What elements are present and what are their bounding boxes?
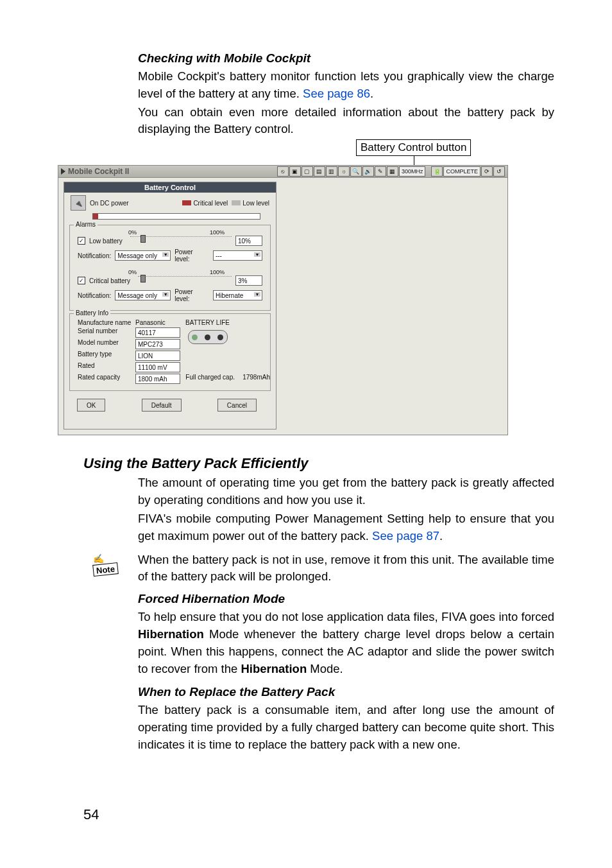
text: . bbox=[370, 87, 373, 100]
critical-battery-label: Critical battery bbox=[89, 277, 130, 284]
scale-min: 0% bbox=[128, 229, 137, 236]
para-eff-2: FIVA's mobile computing Power Management… bbox=[138, 510, 554, 545]
tray-status: COMPLETE bbox=[443, 166, 480, 177]
notification-label: Notification: bbox=[78, 292, 111, 299]
group-legend: Battery Info bbox=[74, 309, 110, 317]
cap-label: Rated capacity bbox=[78, 374, 135, 384]
mobile-cockpit-window: Mobile Cockpit II ⎋ ▣ ▢ ▤ ▥ ☼ 🔍 🔊 ✎ ▦ 30… bbox=[58, 165, 508, 435]
text: FIVA's mobile computing Power Management… bbox=[138, 512, 554, 542]
battery-control-panel: Battery Control 🔌 On DC power Critical l… bbox=[64, 182, 276, 430]
power-source-label: On DC power bbox=[90, 200, 129, 207]
rated-label: Rated bbox=[78, 362, 135, 372]
power-level-select[interactable]: --- bbox=[213, 250, 262, 261]
model-label: Model number bbox=[78, 339, 135, 349]
battery-control-button[interactable]: 🔋 bbox=[431, 166, 443, 177]
tray-speed: 300MHz bbox=[399, 166, 426, 177]
note-label: Note bbox=[92, 562, 119, 577]
plug-icon: 🔌 bbox=[71, 195, 86, 211]
tray-icon[interactable]: ⎋ bbox=[277, 166, 289, 177]
legend-low: Low level bbox=[242, 200, 269, 207]
heading-efficiently: Using the Battery Pack Efficiently bbox=[83, 455, 554, 472]
tray-icon[interactable]: ↺ bbox=[493, 166, 505, 177]
power-level-label: Power level: bbox=[174, 248, 209, 263]
tray-icon[interactable]: ▣ bbox=[289, 166, 301, 177]
para-replace: The battery pack is a consumable item, a… bbox=[138, 702, 554, 753]
low-battery-value[interactable]: 10% bbox=[235, 236, 262, 246]
text: Mode. bbox=[307, 662, 343, 675]
text: To help ensure that you do not lose appl… bbox=[138, 610, 554, 623]
low-battery-label: Low battery bbox=[89, 238, 123, 245]
window-title: Mobile Cockpit II bbox=[68, 167, 129, 176]
mfr-label: Manufacture name bbox=[78, 319, 135, 326]
text: . bbox=[439, 529, 443, 542]
tray-icon[interactable]: 🔊 bbox=[362, 166, 374, 177]
tray-icon[interactable]: ▥ bbox=[326, 166, 337, 177]
low-battery-checkbox[interactable]: ✓ bbox=[78, 237, 85, 245]
group-legend: Alarms bbox=[74, 221, 98, 228]
panel-title: Battery Control bbox=[64, 182, 276, 193]
notification-select[interactable]: Message only bbox=[115, 290, 171, 300]
battery-life-indicator bbox=[188, 330, 228, 344]
battery-info-group: Battery Info Manufacture name Panasonic … bbox=[69, 313, 271, 391]
tray-icon[interactable]: ⟳ bbox=[481, 166, 493, 177]
scale-min: 0% bbox=[128, 269, 137, 275]
legend-critical: Critical level bbox=[193, 200, 228, 207]
full-charged-label: Full charged cap. bbox=[180, 374, 235, 384]
default-button[interactable]: Default bbox=[142, 399, 182, 412]
type-value: LION bbox=[135, 351, 180, 361]
hibernation-word: Hibernation bbox=[241, 662, 307, 675]
power-level-select[interactable]: Hibernate bbox=[213, 290, 262, 300]
full-charged-value: 1798mAh bbox=[235, 374, 270, 384]
tray-icon[interactable]: ▦ bbox=[387, 166, 398, 177]
page-number: 54 bbox=[83, 806, 99, 823]
para-eff-1: The amount of operating time you get fro… bbox=[138, 474, 554, 509]
critical-battery-checkbox[interactable]: ✓ bbox=[78, 277, 85, 284]
ok-button[interactable]: OK bbox=[77, 399, 105, 412]
para-checking-2: You can obtain even more detailed inform… bbox=[138, 104, 554, 139]
type-label: Battery type bbox=[78, 351, 135, 361]
callout-battery-control-button: Battery Control button bbox=[356, 139, 471, 156]
battery-life-label: BATTERY LIFE bbox=[180, 319, 235, 326]
heading-checking: Checking with Mobile Cockpit bbox=[138, 51, 554, 65]
cancel-button[interactable]: Cancel bbox=[217, 399, 257, 412]
mfr-value: Panasonic bbox=[135, 319, 180, 326]
notification-label: Notification: bbox=[78, 252, 111, 259]
para-note: When the battery pack is not in use, rem… bbox=[138, 551, 554, 586]
scale-max: 100% bbox=[210, 269, 225, 275]
heading-forced-hibernation: Forced Hibernation Mode bbox=[138, 592, 554, 606]
heading-replace: When to Replace the Battery Pack bbox=[138, 685, 554, 699]
power-level-label: Power level: bbox=[174, 288, 209, 302]
tray-icon[interactable]: ✎ bbox=[375, 166, 386, 177]
critical-battery-value[interactable]: 3% bbox=[235, 275, 262, 286]
rated-value: 11100 mV bbox=[135, 362, 180, 372]
serial-label: Serial number bbox=[78, 327, 135, 338]
model-value: MPC273 bbox=[135, 339, 180, 349]
tray-icon[interactable]: 🔍 bbox=[350, 166, 362, 177]
figure-battery-control: Battery Control button Click here. Displ… bbox=[51, 146, 554, 441]
link-page86[interactable]: See page 86 bbox=[303, 87, 370, 100]
cap-value: 1800 mAh bbox=[135, 374, 180, 384]
scale-max: 100% bbox=[210, 229, 225, 236]
para-checking-1: Mobile Cockpit's battery monitor functio… bbox=[138, 68, 554, 103]
tray-icon[interactable]: ▤ bbox=[314, 166, 325, 177]
tray-icon[interactable]: ▢ bbox=[302, 166, 313, 177]
link-page87[interactable]: See page 87 bbox=[372, 529, 439, 542]
note-icon: ✍ Note bbox=[93, 553, 125, 575]
para-hibernation: To help ensure that you do not lose appl… bbox=[138, 609, 554, 677]
notification-select[interactable]: Message only bbox=[115, 250, 171, 261]
collapse-icon[interactable] bbox=[61, 168, 65, 175]
hibernation-word: Hibernation bbox=[138, 627, 204, 641]
serial-value: 40117 bbox=[135, 327, 180, 338]
alarms-group: Alarms 0% 100% ✓ Low battery 10% Not bbox=[69, 225, 271, 311]
titlebar: Mobile Cockpit II ⎋ ▣ ▢ ▤ ▥ ☼ 🔍 🔊 ✎ ▦ 30… bbox=[58, 166, 507, 178]
tray-icon[interactable]: ☼ bbox=[338, 166, 350, 177]
